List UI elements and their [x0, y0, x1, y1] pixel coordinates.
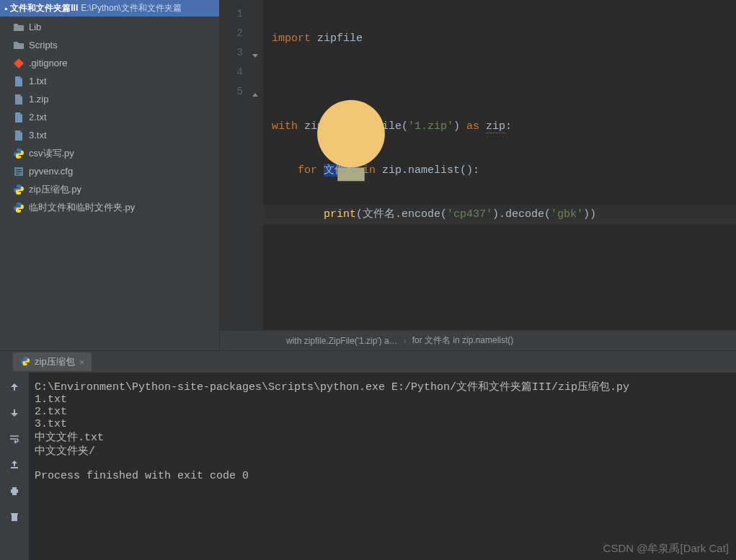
- file-icon: [13, 130, 25, 141]
- tree-label: pyvenv.cfg: [29, 166, 73, 177]
- tree-item-1txt[interactable]: 1.txt: [0, 72, 219, 90]
- project-root[interactable]: ▪ 文件和文件夹篇III E:\Python\文件和文件夹篇: [0, 0, 219, 17]
- line-number: 4: [237, 66, 243, 78]
- run-tab[interactable]: zip压缩包 ×: [13, 352, 92, 371]
- tree-item-2txt[interactable]: 2.txt: [0, 108, 219, 126]
- file-icon: [13, 76, 25, 87]
- run-toolbar: [0, 373, 29, 560]
- line-number: 1: [237, 8, 243, 19]
- tree-label: csv读写.py: [29, 147, 74, 160]
- fold-icon[interactable]: [252, 48, 259, 55]
- tree-label: 临时文件和临时文件夹.py: [29, 201, 135, 214]
- project-name: 文件和文件夹篇III: [10, 2, 78, 14]
- clear-button[interactable]: [6, 508, 23, 525]
- code-line[interactable]: import zipfile: [263, 29, 736, 48]
- tree-item-zippy[interactable]: zip压缩包.py: [0, 180, 219, 198]
- tree-item-lib[interactable]: Lib: [0, 18, 219, 36]
- code-line[interactable]: print(文件名.encode('cp437').decode('gbk')): [263, 205, 736, 224]
- line-number: 3: [237, 47, 243, 58]
- tree-item-pyvenv[interactable]: pyvenv.cfg: [0, 162, 219, 180]
- python-icon: [13, 184, 25, 195]
- tree-label: 3.txt: [29, 130, 47, 141]
- python-icon: [13, 148, 25, 159]
- project-icon: ▪: [4, 4, 7, 14]
- tree-item-3txt[interactable]: 3.txt: [0, 126, 219, 144]
- editor: 1 2 3 4 5 import zipfile with zipfile.Zi…: [220, 0, 736, 350]
- tree-label: Lib: [29, 22, 41, 32]
- scroll-up-button[interactable]: [6, 378, 23, 396]
- tree-label: Scripts: [29, 40, 58, 50]
- file-icon: [13, 112, 25, 123]
- folder-icon: [13, 22, 25, 33]
- console-output[interactable]: C:\Environment\Python-site-packages\Scri…: [29, 373, 736, 560]
- scroll-down-button[interactable]: [6, 404, 23, 422]
- close-icon[interactable]: ×: [79, 357, 85, 368]
- chevron-right-icon: ›: [404, 336, 407, 346]
- folder-icon: [13, 40, 25, 51]
- tree-label: .gitignore: [29, 58, 67, 68]
- tree-item-temppy[interactable]: 临时文件和临时文件夹.py: [0, 198, 219, 216]
- breadcrumb: with zipfile.ZipFile('1.zip') a… › for 文…: [220, 330, 736, 350]
- tree-label: 1.txt: [29, 76, 47, 86]
- editor-gutter[interactable]: 1 2 3 4 5: [220, 0, 263, 330]
- python-icon: [20, 356, 30, 368]
- git-icon: [13, 58, 25, 69]
- line-number: 5: [237, 86, 243, 97]
- python-icon: [13, 202, 25, 213]
- line-number: 2: [237, 27, 243, 39]
- project-path: E:\Python\文件和文件夹篇: [81, 2, 181, 14]
- breadcrumb-item[interactable]: with zipfile.ZipFile('1.zip') a…: [286, 336, 398, 346]
- tree-label: zip压缩包.py: [29, 183, 81, 196]
- tree-item-1zip[interactable]: 1.zip: [0, 90, 219, 108]
- project-tree: Lib Scripts .gitignore 1.txt 1.zip 2.txt…: [0, 17, 219, 349]
- scroll-to-end-button[interactable]: [6, 456, 23, 474]
- tree-item-scripts[interactable]: Scripts: [0, 36, 219, 54]
- tree-item-csvpy[interactable]: csv读写.py: [0, 144, 219, 162]
- watermark: CSDN @牟泉禹[Dark Cat]: [603, 542, 729, 556]
- print-button[interactable]: [6, 482, 23, 499]
- zip-icon: [13, 94, 25, 105]
- soft-wrap-button[interactable]: [6, 430, 23, 448]
- project-sidebar: ▪ 文件和文件夹篇III E:\Python\文件和文件夹篇 Lib Scrip…: [0, 0, 220, 350]
- tree-label: 2.txt: [29, 112, 47, 123]
- run-tab-label: zip压缩包: [35, 355, 75, 368]
- fold-icon[interactable]: [252, 87, 259, 94]
- breadcrumb-item[interactable]: for 文件名 in zip.namelist(): [412, 334, 514, 347]
- cfg-icon: [13, 166, 25, 177]
- run-tool-window: zip压缩包 × C:\Environment\Python-site-pack…: [0, 350, 736, 560]
- tree-label: 1.zip: [29, 94, 48, 105]
- tree-item-gitignore[interactable]: .gitignore: [0, 54, 219, 72]
- run-tabs: zip压缩包 ×: [0, 351, 736, 373]
